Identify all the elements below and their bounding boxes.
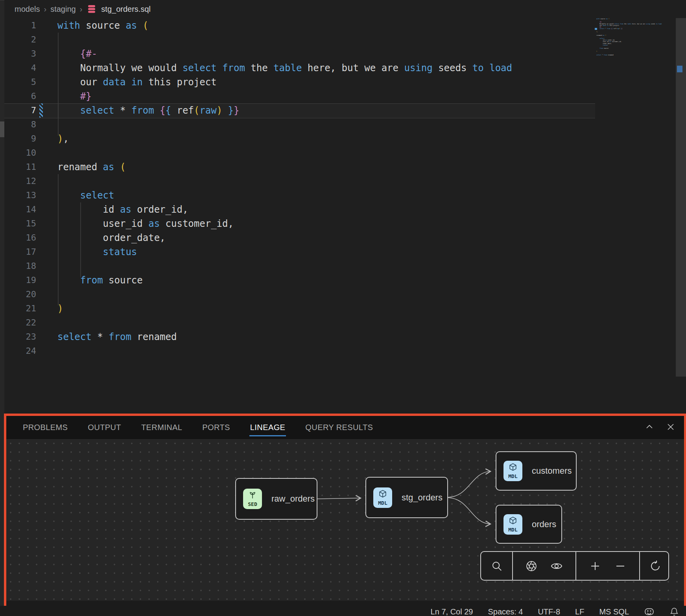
line-number[interactable]: 13 — [4, 188, 36, 202]
panel-tab-output[interactable]: OUTPUT — [88, 423, 121, 432]
panel-tab-ports[interactable]: PORTS — [202, 423, 230, 432]
bell-icon[interactable] — [669, 607, 679, 616]
line-number[interactable]: 22 — [4, 316, 36, 330]
code-text: id as order_id, — [57, 202, 188, 217]
scrollbar-track[interactable] — [676, 18, 686, 414]
code-text: ), — [57, 132, 69, 146]
badge-label: MDL — [378, 500, 387, 506]
status-item[interactable]: UTF-8 — [538, 607, 560, 616]
badge-label: MDL — [508, 527, 517, 533]
code-line[interactable]: 10 — [4, 146, 595, 160]
database-icon — [87, 5, 96, 13]
code-line[interactable]: 1with source as ( — [4, 18, 595, 33]
lineage-canvas[interactable]: SEDraw_ordersMDLstg_ordersMDLcustomersMD… — [6, 439, 684, 601]
line-number[interactable]: 16 — [4, 231, 36, 245]
line-number[interactable]: 24 — [4, 344, 36, 358]
code-line[interactable]: 17 status — [4, 245, 595, 259]
code-line[interactable]: 9), — [4, 132, 595, 146]
panel-tab-terminal[interactable]: TERMINAL — [141, 423, 182, 432]
zoom-out-icon[interactable] — [614, 560, 626, 572]
code-line[interactable]: 19 from source — [4, 273, 595, 287]
lineage-node-customers[interactable]: MDLcustomers — [496, 451, 577, 491]
model-badge: MDL — [503, 461, 522, 481]
lineage-node-stg_orders[interactable]: MDLstg_orders — [365, 477, 448, 518]
panel-tab-query-results[interactable]: QUERY RESULTS — [305, 423, 373, 432]
code-text: {#- — [57, 47, 97, 61]
code-line[interactable]: 5 our data in this project — [4, 75, 595, 89]
status-item[interactable]: MS SQL — [599, 607, 629, 616]
refresh-icon[interactable] — [649, 560, 661, 572]
line-number[interactable]: 6 — [4, 89, 36, 103]
code-line[interactable]: 11renamed as ( — [4, 160, 595, 174]
node-label: orders — [532, 519, 556, 530]
line-number[interactable]: 15 — [4, 217, 36, 231]
line-number[interactable]: 18 — [4, 259, 36, 273]
code-line[interactable]: 22 — [4, 316, 595, 330]
line-number[interactable]: 12 — [4, 174, 36, 188]
model-icon — [509, 463, 517, 473]
code-line[interactable]: 16 order_date, — [4, 231, 595, 245]
code-text: renamed as ( — [57, 160, 125, 174]
code-line[interactable]: 21) — [4, 302, 595, 316]
sidebar-drag-handle[interactable] — [0, 121, 4, 137]
code-editor[interactable]: 1with source as (23 {#-4 Normally we wou… — [4, 18, 686, 414]
eye-icon[interactable] — [550, 560, 563, 572]
code-line[interactable]: 3 {#- — [4, 47, 595, 61]
toolbar-segment — [639, 552, 671, 580]
line-number[interactable]: 7 — [4, 103, 36, 118]
code-line[interactable]: 23select * from renamed — [4, 330, 595, 344]
zoom-in-icon[interactable] — [589, 560, 601, 572]
line-number[interactable]: 17 — [4, 245, 36, 259]
lineage-node-raw_orders[interactable]: SEDraw_orders — [235, 478, 317, 520]
code-line[interactable]: 6 #} — [4, 89, 595, 103]
code-line[interactable]: 13 select — [4, 188, 595, 202]
line-number[interactable]: 10 — [4, 146, 36, 160]
line-number[interactable]: 1 — [4, 18, 36, 33]
panel-tab-problems[interactable]: PROBLEMS — [23, 423, 68, 432]
status-item[interactable]: Ln 7, Col 29 — [431, 607, 473, 616]
code-text: status — [57, 245, 137, 259]
line-number[interactable]: 9 — [4, 132, 36, 146]
line-number[interactable]: 20 — [4, 287, 36, 302]
aperture-icon[interactable] — [526, 560, 537, 572]
code-line[interactable]: 7 select * from {{ ref(raw) }} — [4, 103, 595, 118]
code-line[interactable]: 24 — [4, 344, 595, 358]
line-number[interactable]: 19 — [4, 273, 36, 287]
status-item[interactable]: LF — [575, 607, 584, 616]
copilot-icon[interactable] — [644, 607, 655, 616]
line-number[interactable]: 23 — [4, 330, 36, 344]
line-number[interactable]: 14 — [4, 202, 36, 217]
chevron-up-icon[interactable] — [645, 422, 654, 432]
code-line[interactable]: 14 id as order_id, — [4, 202, 595, 217]
search-icon[interactable] — [491, 560, 503, 572]
badge-label: MDL — [508, 473, 517, 479]
breadcrumb-item[interactable]: staging — [50, 5, 76, 14]
breadcrumb-item[interactable]: models — [15, 5, 40, 14]
code-line[interactable]: 4 Normally we would select from the tabl… — [4, 61, 595, 75]
lineage-node-orders[interactable]: MDLorders — [496, 505, 562, 544]
line-number[interactable]: 21 — [4, 302, 36, 316]
code-line[interactable]: 8 — [4, 118, 595, 132]
line-number[interactable]: 3 — [4, 47, 36, 61]
close-icon[interactable] — [666, 422, 675, 432]
line-number[interactable]: 5 — [4, 75, 36, 89]
breadcrumb-file[interactable]: stg_orders.sql — [101, 5, 151, 14]
code-text: Normally we would select from the table … — [57, 61, 512, 75]
panel-tab-lineage[interactable]: LINEAGE — [250, 423, 286, 432]
code-line[interactable]: 12 — [4, 174, 595, 188]
code-line[interactable]: 2 — [4, 33, 595, 47]
line-number[interactable]: 2 — [4, 33, 36, 47]
line-number[interactable]: 4 — [4, 61, 36, 75]
line-number[interactable]: 11 — [4, 160, 36, 174]
code-text: with source as ( — [57, 18, 148, 33]
code-line[interactable]: 15 user_id as customer_id, — [4, 217, 595, 231]
code-line[interactable]: 20 — [4, 287, 595, 302]
code-line[interactable]: 18 — [4, 259, 595, 273]
minimap[interactable]: with source as ( {#- Normally we would s… — [595, 18, 673, 73]
model-icon — [378, 489, 387, 500]
toolbar-segment — [512, 552, 575, 580]
breadcrumb-separator-icon: › — [80, 5, 83, 14]
status-item[interactable]: Spaces: 4 — [488, 607, 523, 616]
line-number[interactable]: 8 — [4, 118, 36, 132]
status-bar: Ln 7, Col 29Spaces: 4UTF-8LFMS SQL — [0, 606, 686, 616]
